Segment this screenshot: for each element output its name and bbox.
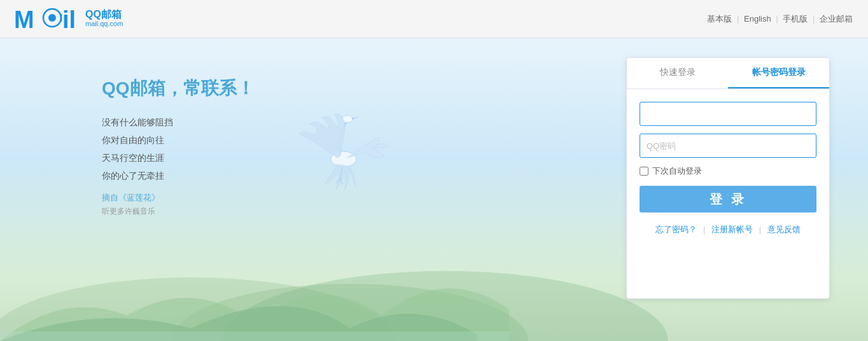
nav-sep-2: | <box>776 14 778 24</box>
logo-icon: M il <box>13 5 83 33</box>
login-panel: 快速登录 帐号密码登录 下次自动登录 登 录 忘了密码？ | 注册新帐号 | 意… <box>626 57 830 299</box>
autologin-label: 下次自动登录 <box>652 165 702 177</box>
tab-account[interactable]: 帐号密码登录 <box>728 58 829 88</box>
logo-domain: mail.qq.com <box>85 20 123 28</box>
footer-sep-2: | <box>759 225 761 234</box>
svg-point-2 <box>48 14 56 22</box>
poem-more-link[interactable]: 听更多许巍音乐 <box>102 207 155 216</box>
logo-text: QQ邮箱 mail.qq.com <box>85 10 123 28</box>
password-input[interactable] <box>640 134 816 158</box>
nav-enterprise[interactable]: 企业邮箱 <box>820 14 853 24</box>
header: M il QQ邮箱 mail.qq.com 基本版 | English | 手机… <box>0 0 868 38</box>
tab-quick[interactable]: 快速登录 <box>627 58 728 88</box>
register-link[interactable]: 注册新帐号 <box>711 225 753 234</box>
main-content: QQ邮箱，常联系！ 没有什么能够阻挡 你对自由的向往 天马行空的生涯 你的心了无… <box>0 38 868 341</box>
footer-sep-1: | <box>703 225 705 234</box>
svg-text:M: M <box>14 6 34 33</box>
bird-decoration <box>286 89 414 216</box>
poem-source-title[interactable]: 《蓝莲花》 <box>118 193 160 202</box>
login-footer: 忘了密码？ | 注册新帐号 | 意见反馈 <box>627 212 829 243</box>
feedback-link[interactable]: 意见反馈 <box>767 225 801 234</box>
forgot-password-link[interactable]: 忘了密码？ <box>655 225 697 234</box>
logo-area: M il QQ邮箱 mail.qq.com <box>13 5 123 33</box>
nav-basic[interactable]: 基本版 <box>707 14 732 24</box>
login-tabs: 快速登录 帐号密码登录 <box>627 58 829 89</box>
header-nav: 基本版 | English | 手机版 | 企业邮箱 <box>704 13 855 25</box>
svg-text:il: il <box>62 6 76 33</box>
poem-source-prefix: 摘自 <box>102 193 118 202</box>
login-form: 下次自动登录 登 录 <box>627 89 829 212</box>
nav-sep-1: | <box>737 14 739 24</box>
account-input[interactable] <box>640 102 816 126</box>
autologin-row: 下次自动登录 <box>640 165 816 177</box>
bird-svg <box>286 89 401 204</box>
login-button[interactable]: 登 录 <box>640 186 816 212</box>
autologin-checkbox[interactable] <box>640 167 648 176</box>
nav-mobile[interactable]: 手机版 <box>783 14 808 24</box>
logo-brand: QQ邮箱 <box>85 10 123 20</box>
nav-english[interactable]: English <box>744 14 771 24</box>
nav-sep-3: | <box>813 14 815 24</box>
